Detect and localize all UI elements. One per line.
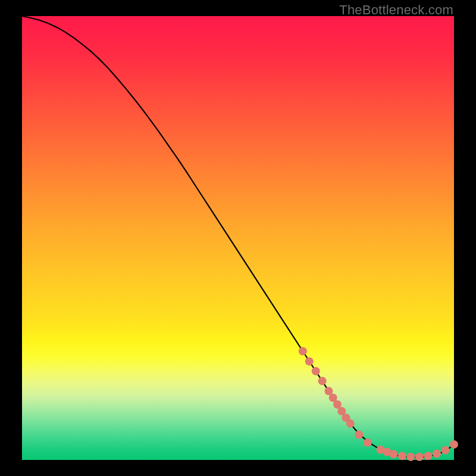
curve-marker: [398, 452, 406, 460]
curve-marker: [433, 450, 441, 458]
plot-area: [22, 16, 454, 460]
watermark-text: TheBottleneck.com: [339, 2, 453, 18]
chart-svg: [22, 16, 454, 460]
curve-marker: [441, 446, 449, 455]
curve-marker: [312, 367, 320, 375]
curve-marker: [355, 430, 363, 439]
curve-marker: [450, 440, 458, 449]
curve-marker: [318, 377, 327, 385]
curve-marker: [424, 452, 432, 460]
curve-marker: [389, 450, 397, 458]
curve-marker: [364, 439, 372, 447]
chart-stage: TheBottleneck.com: [0, 0, 476, 476]
curve-marker: [346, 419, 355, 428]
curve-path: [22, 16, 454, 458]
curve-markers: [299, 347, 458, 461]
curve-marker: [415, 453, 424, 461]
curve-marker: [305, 357, 314, 365]
curve-marker: [406, 453, 415, 461]
curve-marker: [299, 347, 307, 355]
